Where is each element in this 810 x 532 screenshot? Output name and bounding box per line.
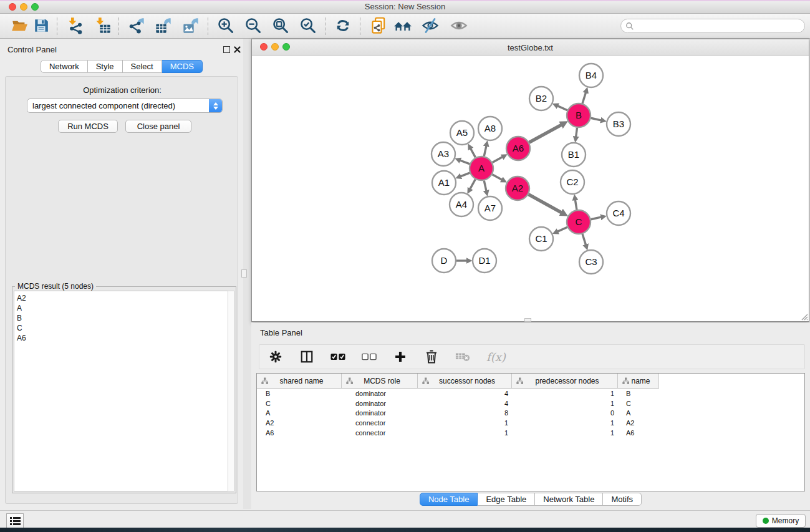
split-columns-icon[interactable] xyxy=(299,349,314,364)
table-cell: A2 xyxy=(618,419,659,427)
table-header-row: shared nameMCDS rolesuccessor nodesprede… xyxy=(257,374,659,389)
refresh-icon[interactable] xyxy=(334,16,352,35)
graph-edge[interactable] xyxy=(582,93,586,104)
window-resize-grip[interactable] xyxy=(800,312,808,321)
table-body[interactable]: Bdominator41BCdominator41CAdominator80AA… xyxy=(257,389,804,438)
close-panel-icon[interactable] xyxy=(234,46,241,53)
clone-network-icon[interactable] xyxy=(370,16,388,35)
table-cell: 4 xyxy=(418,390,512,397)
window-titlebar[interactable]: Session: New Session xyxy=(0,0,810,14)
zoom-out-icon[interactable] xyxy=(244,16,263,35)
graph-edge[interactable] xyxy=(471,148,476,157)
memory-button[interactable]: Memory xyxy=(756,514,806,528)
hide-panel-eye-icon[interactable] xyxy=(421,16,440,35)
zoom-in-icon[interactable] xyxy=(216,16,235,35)
graph-edge[interactable] xyxy=(557,227,567,231)
mcds-result-list[interactable]: A2ABCA6 xyxy=(14,291,229,491)
network-canvas[interactable]: B4B2BB3A5A8A6A3B1AA1C2A2A4A7C4CC1C3DD1 xyxy=(252,56,809,321)
import-network-icon[interactable] xyxy=(66,16,85,35)
graph-edge[interactable] xyxy=(529,125,561,142)
tab-style[interactable]: Style xyxy=(88,60,123,73)
mcds-list-scrollbar[interactable] xyxy=(228,291,234,491)
graph-edge[interactable] xyxy=(575,200,576,210)
table-row[interactable]: A6connector11A6 xyxy=(257,428,804,438)
export-image-icon[interactable] xyxy=(181,16,200,35)
node-table[interactable]: shared nameMCDS rolesuccessor nodesprede… xyxy=(256,373,805,491)
eye-icon[interactable] xyxy=(450,16,468,35)
delete-icon[interactable] xyxy=(424,349,439,364)
tab-select[interactable]: Select xyxy=(123,60,162,73)
table-row[interactable]: Cdominator41C xyxy=(257,399,804,409)
mcds-result-item[interactable]: C xyxy=(17,323,228,333)
tab-network-table[interactable]: Network Table xyxy=(535,493,603,506)
mcds-result-item[interactable]: A6 xyxy=(17,333,228,343)
function-builder-icon[interactable]: f(x) xyxy=(486,351,506,364)
delete-column-icon[interactable] xyxy=(455,349,470,364)
horizontal-splitter-handle[interactable] xyxy=(524,318,531,322)
export-table-icon[interactable] xyxy=(154,16,173,35)
graph-edge[interactable] xyxy=(591,217,601,220)
column-header[interactable]: name xyxy=(618,374,659,388)
home-icon[interactable] xyxy=(393,16,412,35)
panel-splitter[interactable] xyxy=(243,39,251,509)
save-session-icon[interactable] xyxy=(32,16,51,35)
table-panel-title: Table Panel xyxy=(260,328,302,337)
import-table-icon[interactable] xyxy=(94,16,112,35)
graph-edge[interactable] xyxy=(557,106,567,110)
tab-node-table[interactable]: Node Table xyxy=(420,493,478,506)
task-history-button[interactable] xyxy=(6,513,24,528)
table-cell: connector xyxy=(342,429,418,437)
dropdown-stepper-icon[interactable] xyxy=(209,99,222,113)
add-column-icon[interactable] xyxy=(393,349,408,364)
tab-network[interactable]: Network xyxy=(41,60,88,73)
tab-mcds[interactable]: MCDS xyxy=(162,60,203,73)
graph-edge[interactable] xyxy=(484,181,486,191)
graph-edge[interactable] xyxy=(461,173,470,176)
select-all-checkboxes-icon[interactable] xyxy=(330,349,345,364)
graph-edge[interactable] xyxy=(470,180,475,189)
mcds-result-item[interactable]: A xyxy=(17,303,228,313)
graph-node-label: D1 xyxy=(478,255,490,266)
zoom-fit-icon[interactable] xyxy=(271,16,290,35)
zoom-selected-icon[interactable] xyxy=(299,16,317,35)
column-header[interactable]: MCDS role xyxy=(342,374,418,388)
mcds-result-item[interactable]: B xyxy=(17,313,228,323)
graph-node-label: A2 xyxy=(512,183,523,193)
graph-edge[interactable] xyxy=(576,128,577,137)
table-cell: connector xyxy=(342,419,418,427)
mcds-result-item[interactable]: A2 xyxy=(17,293,228,303)
run-mcds-button[interactable]: Run MCDS xyxy=(58,120,118,133)
graph-edge[interactable] xyxy=(529,195,561,213)
table-row[interactable]: Adominator80A xyxy=(257,409,804,418)
graph-edge[interactable] xyxy=(582,234,586,244)
tab-motifs[interactable]: Motifs xyxy=(603,493,642,506)
tab-edge-table[interactable]: Edge Table xyxy=(478,493,535,506)
deselect-all-checkboxes-icon[interactable] xyxy=(362,349,377,364)
table-row[interactable]: A2connector11A2 xyxy=(257,418,804,428)
graph-node-label: C3 xyxy=(585,256,597,267)
graph-edge[interactable] xyxy=(591,118,601,120)
open-file-icon[interactable] xyxy=(10,16,29,35)
table-row[interactable]: Bdominator41B xyxy=(257,389,804,399)
graph-edge[interactable] xyxy=(493,175,502,180)
export-network-icon[interactable] xyxy=(127,16,146,35)
column-header[interactable]: predecessor nodes xyxy=(512,374,618,388)
graph-edge[interactable] xyxy=(493,157,503,163)
search-icon xyxy=(625,22,634,31)
search-input[interactable] xyxy=(634,21,804,32)
graph-edge[interactable] xyxy=(460,160,470,164)
graph-node-label: C xyxy=(576,216,582,227)
close-panel-button[interactable]: Close panel xyxy=(125,120,191,133)
graph-edge[interactable] xyxy=(484,146,486,156)
column-header[interactable]: shared name xyxy=(257,374,342,388)
column-header[interactable]: successor nodes xyxy=(418,374,512,388)
criterion-dropdown[interactable]: largest connected component (directed) xyxy=(27,99,223,113)
search-field[interactable] xyxy=(620,19,805,33)
float-panel-icon[interactable] xyxy=(223,46,230,53)
toolbar-separator xyxy=(208,17,208,35)
network-window-title: testGlobe.txt xyxy=(252,43,809,52)
splitter-handle[interactable] xyxy=(241,269,247,278)
gear-icon[interactable] xyxy=(268,349,283,364)
graph-node-label: A8 xyxy=(485,123,496,133)
network-window-titlebar[interactable]: testGlobe.txt xyxy=(252,39,809,56)
